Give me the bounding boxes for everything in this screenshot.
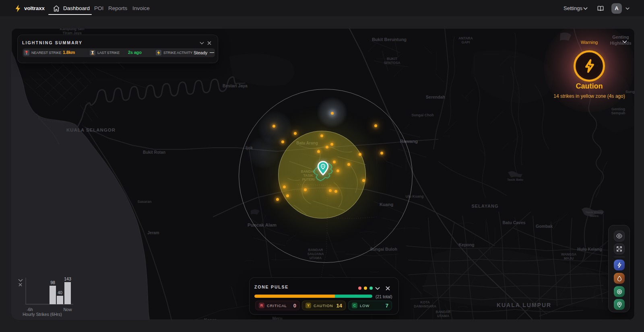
svg-text:WANGSA: WANGSA bbox=[561, 252, 576, 256]
svg-text:Bukit Beruntung: Bukit Beruntung bbox=[372, 37, 407, 42]
svg-text:Hulu Kelang: Hulu Kelang bbox=[577, 247, 602, 252]
svg-text:143: 143 bbox=[64, 276, 71, 281]
svg-text:GAPI: GAPI bbox=[462, 40, 470, 44]
svg-text:Tasik Batu: Tasik Batu bbox=[507, 178, 523, 181]
svg-text:KOTA: KOTA bbox=[420, 300, 429, 304]
svg-text:40: 40 bbox=[58, 290, 62, 295]
svg-text:Gates: Gates bbox=[590, 214, 599, 218]
svg-text:KUALA LUMPUR: KUALA LUMPUR bbox=[497, 302, 551, 308]
svg-text:-6h: -6h bbox=[27, 307, 33, 312]
svg-text:SENTOSA: SENTOSA bbox=[384, 61, 400, 65]
svg-text:Serendah: Serendah bbox=[426, 95, 445, 99]
svg-text:Kapar: Kapar bbox=[204, 318, 216, 320]
svg-text:Jeram: Jeram bbox=[147, 231, 159, 235]
svg-text:Tasik Klang: Tasik Klang bbox=[585, 210, 603, 214]
svg-text:Gombak: Gombak bbox=[536, 224, 553, 229]
svg-text:Batu Caves: Batu Caves bbox=[502, 220, 525, 225]
svg-text:Now: Now bbox=[63, 307, 72, 312]
svg-text:UTAMA: UTAMA bbox=[437, 314, 449, 318]
svg-text:Hourly Strikes (6Hrs): Hourly Strikes (6Hrs) bbox=[23, 312, 62, 317]
svg-text:Bestari Jaya: Bestari Jaya bbox=[223, 83, 248, 88]
svg-text:Genting: Genting bbox=[611, 107, 625, 111]
svg-text:Bukit Rotan: Bukit Rotan bbox=[143, 150, 165, 155]
svg-text:SELAYANG: SELAYANG bbox=[471, 204, 498, 208]
svg-text:Kepong: Kepong bbox=[458, 242, 474, 247]
svg-text:ANTARA: ANTARA bbox=[458, 36, 473, 40]
svg-text:MAJU: MAJU bbox=[564, 256, 574, 260]
svg-text:BANDAR: BANDAR bbox=[436, 310, 451, 314]
svg-text:KUALA SELANGOR: KUALA SELANGOR bbox=[66, 128, 116, 132]
svg-text:Sempah: Sempah bbox=[611, 111, 625, 115]
svg-text:Meru: Meru bbox=[272, 316, 282, 320]
svg-text:Sungai Choh: Sungai Choh bbox=[411, 113, 434, 117]
svg-text:DAMANSARA: DAMANSARA bbox=[414, 304, 436, 308]
svg-text:Sasaran: Sasaran bbox=[137, 200, 151, 204]
svg-text:98: 98 bbox=[50, 280, 55, 285]
svg-text:BUKIT: BUKIT bbox=[387, 57, 398, 61]
